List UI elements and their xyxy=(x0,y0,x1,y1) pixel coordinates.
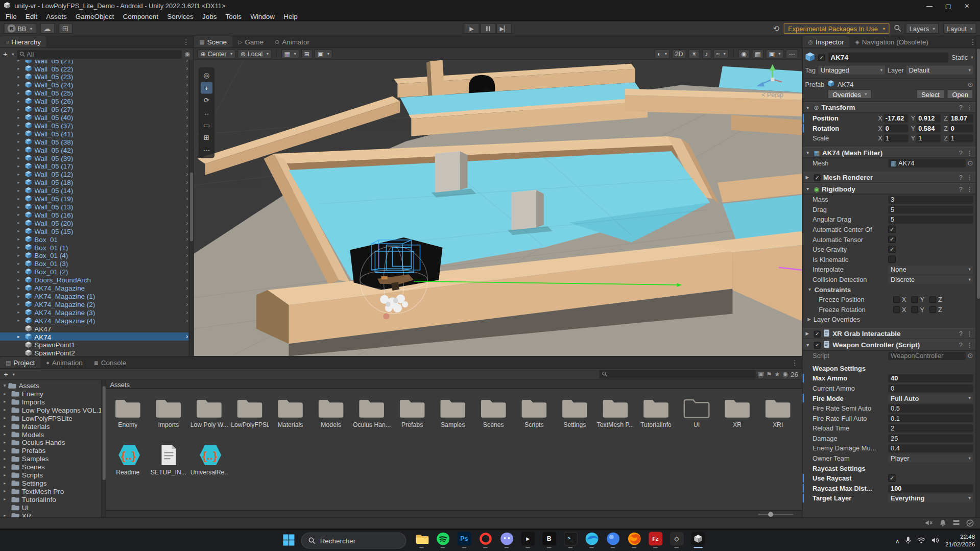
foldout-icon[interactable]: ▸ xyxy=(17,204,23,209)
play-button[interactable]: ▶ xyxy=(464,23,480,34)
prefab-open-arrow[interactable]: › xyxy=(186,333,188,340)
xr-grab-component-header[interactable]: ▶ ✓ XR Grab Interactable ?⋮ xyxy=(802,328,975,340)
foldout-icon[interactable]: ▸ xyxy=(4,496,6,501)
2d-toggle[interactable]: 2D xyxy=(672,49,686,58)
prefab-open-arrow[interactable]: › xyxy=(186,235,188,242)
hierarchy-item[interactable]: ▸Wall_05 (20)› xyxy=(0,219,193,227)
hierarchy-item[interactable]: ▸Wall_05 (37)› xyxy=(0,121,193,129)
project-search-input[interactable] xyxy=(609,370,753,378)
foldout-icon[interactable]: ▸ xyxy=(4,407,6,412)
foldout-icon[interactable]: ▶ xyxy=(806,175,811,180)
prefab-open-arrow[interactable]: › xyxy=(186,227,188,234)
minimize-button[interactable]: — xyxy=(920,2,939,9)
scene-visibility-icon[interactable]: ◉ xyxy=(184,51,190,57)
asset-item[interactable]: Materials xyxy=(271,391,310,439)
foldout-icon[interactable]: ▸ xyxy=(17,294,23,299)
asset-item[interactable]: Scenes xyxy=(474,391,513,439)
foldout-icon[interactable]: ▸ xyxy=(4,513,6,517)
prefab-open-arrow[interactable]: › xyxy=(186,89,188,96)
checkbox[interactable]: ✓ xyxy=(888,235,896,243)
property-field[interactable]: 0.1 xyxy=(888,414,973,422)
tab-console[interactable]: ≣Console xyxy=(88,357,132,368)
menu-dots-icon[interactable]: ⋮ xyxy=(966,330,972,337)
foldout-icon[interactable]: ▸ xyxy=(17,277,23,282)
experimental-packages-badge[interactable]: Experimental Packages In Use ▾ xyxy=(784,23,890,34)
hierarchy-item[interactable]: ▸Wall_05 (38)› xyxy=(0,137,193,146)
asset-item[interactable]: TutorialInfo xyxy=(636,391,676,439)
hierarchy-item[interactable]: SpawnPoint2 xyxy=(0,349,193,356)
grid-snapping-button[interactable]: ▦▾ xyxy=(281,49,299,58)
shading-mode-dropdown[interactable]: ◐▾ xyxy=(654,49,670,58)
menu-help[interactable]: Help xyxy=(279,12,302,20)
tree-item-oculus-hands[interactable]: ▸Oculus Hands xyxy=(0,438,106,446)
foldout-icon[interactable]: ▸ xyxy=(17,269,23,274)
account-button[interactable]: B BB ▾ xyxy=(4,23,36,34)
prefab-open-arrow[interactable]: › xyxy=(186,244,188,250)
property-field[interactable]: 40 xyxy=(888,374,973,382)
prefab-open-arrow[interactable]: › xyxy=(186,122,188,129)
foldout-icon[interactable]: ▸ xyxy=(17,196,23,201)
checkbox[interactable]: ✓ xyxy=(888,474,896,482)
hierarchy-item[interactable]: ▸Wall_05 (17)› xyxy=(0,162,193,170)
scene-viewport[interactable]: ◎ + ⟳ ↔ ▭ ⊞ ⋯ < Persp xyxy=(194,60,802,356)
asset-item[interactable]: SETUP_IN... xyxy=(149,439,188,486)
dropdown[interactable]: Discrete▾ xyxy=(888,275,973,283)
hierarchy-item[interactable]: ▸Wall_05 (42)› xyxy=(0,146,193,154)
hierarchy-item[interactable]: ▸Wall_05 (26)› xyxy=(0,97,193,105)
hierarchy-item[interactable]: ▸Wall_05 (41)› xyxy=(0,129,193,137)
asset-item[interactable]: UI xyxy=(677,391,716,439)
foldout-icon[interactable]: ▸ xyxy=(4,423,6,428)
start-button[interactable] xyxy=(282,534,295,547)
mute-icon[interactable] xyxy=(925,519,933,528)
hierarchy-item[interactable]: ▸Doors_RoundArch› xyxy=(0,276,193,284)
hierarchy-item[interactable]: ▸Wall_05 (18)› xyxy=(0,178,193,186)
component-enabled-checkbox[interactable]: ✓ xyxy=(814,342,821,348)
asset-item[interactable]: Enemy xyxy=(108,391,148,439)
menu-services[interactable]: Services xyxy=(163,12,198,20)
prefab-open-arrow[interactable]: › xyxy=(186,106,188,112)
gizmos-menu[interactable]: ⋯ xyxy=(785,49,798,58)
project-search[interactable] xyxy=(599,370,755,378)
close-button[interactable]: ✕ xyxy=(958,2,976,9)
vector-field-y[interactable]: 1 xyxy=(916,134,941,142)
taskbar-app-spotify[interactable] xyxy=(435,531,451,548)
active-checkbox[interactable]: ✓ xyxy=(818,54,825,61)
checkbox[interactable]: ✓ xyxy=(888,246,896,253)
hierarchy-item[interactable]: ▸Box_01 (1)› xyxy=(0,243,193,251)
snap-toggle-button[interactable]: ⊞ xyxy=(301,49,313,58)
foldout-icon[interactable]: ▸ xyxy=(17,228,23,233)
help-icon[interactable]: ? xyxy=(959,342,963,348)
effects-dropdown[interactable]: ≈▾ xyxy=(713,49,729,58)
tree-item-xr[interactable]: ▸XR xyxy=(0,511,106,517)
vector-field-x[interactable]: 1 xyxy=(883,134,908,142)
tab-navigation[interactable]: ◈Navigation (Obsolete) xyxy=(849,36,934,47)
snap-increment-button[interactable]: ▣▾ xyxy=(315,49,332,58)
freeze-axis-checkbox[interactable] xyxy=(929,296,936,303)
asset-item[interactable]: {..}Readme xyxy=(108,439,148,486)
asset-item[interactable]: Settings xyxy=(555,391,594,439)
prefab-open-arrow[interactable]: › xyxy=(186,146,188,153)
property-field[interactable]: 5 xyxy=(888,215,973,224)
assets-breadcrumb[interactable]: Assets xyxy=(106,380,802,389)
status-ok-icon[interactable] xyxy=(966,519,974,528)
rotate-tool-button[interactable]: ⟳ xyxy=(201,94,212,106)
vector-field-z[interactable]: 1 xyxy=(949,134,973,142)
favorites-icon[interactable]: ★ xyxy=(774,371,780,377)
freeze-axis-checkbox[interactable] xyxy=(929,306,936,313)
freeze-axis-checkbox[interactable] xyxy=(911,296,918,303)
menu-window[interactable]: Window xyxy=(246,12,279,20)
hierarchy-item[interactable]: ▸AK74_Magazine (2)› xyxy=(0,300,193,308)
mesh-object-field[interactable]: ▦ AK74 xyxy=(888,159,965,167)
vector-field-x[interactable]: 0 xyxy=(883,124,908,132)
help-icon[interactable]: ? xyxy=(959,104,963,111)
prefab-open-arrow[interactable]: › xyxy=(186,301,188,307)
menu-dots-icon[interactable]: ⋮ xyxy=(966,104,972,111)
lighting-toggle[interactable]: ☀ xyxy=(688,49,700,58)
tree-item-samples[interactable]: ▸Samples xyxy=(0,454,106,463)
foldout-icon[interactable]: ▸ xyxy=(17,334,23,339)
layer-overrides-foldout[interactable]: ▶Layer Overrides xyxy=(802,315,975,325)
foldout-icon[interactable]: ▸ xyxy=(17,60,23,63)
component-enabled-checkbox[interactable]: ✓ xyxy=(814,330,821,337)
tool-handle-pivot-dropdown[interactable]: ⊕Center▾ xyxy=(198,49,236,58)
hidden-count-eye-icon[interactable]: ◉ xyxy=(782,371,788,377)
